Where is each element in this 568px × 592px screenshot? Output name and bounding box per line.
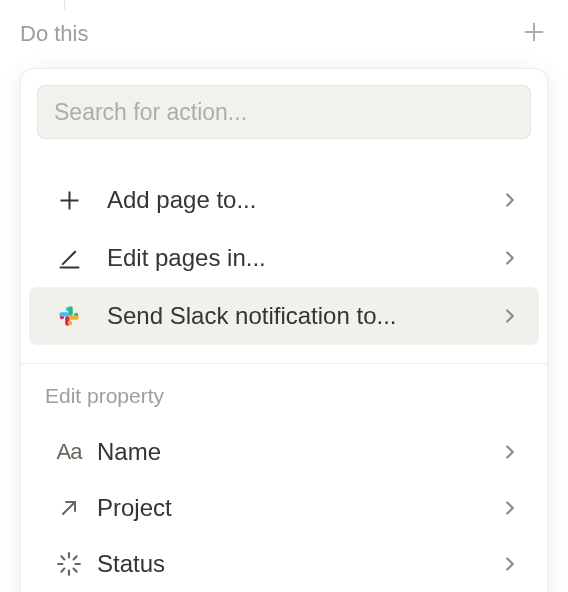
property-item-name[interactable]: AaName — [29, 424, 539, 480]
arrow-up-right-icon — [57, 496, 81, 520]
chevron-right-icon — [499, 247, 521, 269]
action-item-edit-pages[interactable]: Edit pages in... — [29, 229, 539, 287]
divider — [21, 363, 547, 364]
action-icon-slot — [51, 240, 87, 276]
property-item-project[interactable]: Project — [29, 480, 539, 536]
search-input[interactable] — [37, 85, 531, 139]
property-icon-slot — [51, 546, 87, 582]
section-header: Edit property — [21, 378, 547, 420]
chevron-right-icon — [499, 497, 521, 519]
chevron-right-icon — [499, 305, 521, 327]
plus-icon — [56, 187, 83, 214]
do-this-label: Do this — [20, 21, 88, 47]
action-list: Add page to...Edit pages in...Send Slack… — [21, 147, 547, 345]
action-label: Send Slack notification to... — [107, 302, 499, 330]
action-label: Edit pages in... — [107, 244, 499, 272]
add-action-button[interactable] — [520, 18, 548, 50]
property-item-status[interactable]: Status — [29, 536, 539, 592]
chevron-right-icon — [499, 553, 521, 575]
property-label: Project — [97, 494, 499, 522]
property-label: Name — [97, 438, 499, 466]
top-divider — [64, 0, 65, 10]
action-icon-slot — [51, 298, 87, 334]
svg-line-9 — [61, 556, 64, 559]
svg-line-13 — [61, 569, 64, 572]
property-label: Status — [97, 550, 499, 578]
action-item-add-page[interactable]: Add page to... — [29, 171, 539, 229]
slack-icon — [56, 303, 82, 329]
action-icon-slot — [51, 182, 87, 218]
action-item-slack[interactable]: Send Slack notification to... — [29, 287, 539, 345]
property-list: AaNameProjectStatus — [21, 420, 547, 592]
action-panel: Add page to...Edit pages in...Send Slack… — [20, 68, 548, 592]
svg-line-10 — [74, 569, 77, 572]
search-wrapper — [21, 81, 547, 147]
chevron-right-icon — [499, 441, 521, 463]
action-label: Add page to... — [107, 186, 499, 214]
plus-icon — [520, 18, 548, 46]
header-bar: Do this — [0, 0, 568, 60]
svg-line-6 — [63, 502, 75, 514]
property-icon-slot — [51, 490, 87, 526]
text-icon: Aa — [57, 439, 82, 465]
svg-line-14 — [74, 556, 77, 559]
edit-icon — [56, 245, 83, 272]
chevron-right-icon — [499, 189, 521, 211]
property-icon-slot: Aa — [51, 434, 87, 470]
svg-line-5 — [62, 251, 74, 263]
status-icon — [56, 551, 82, 577]
